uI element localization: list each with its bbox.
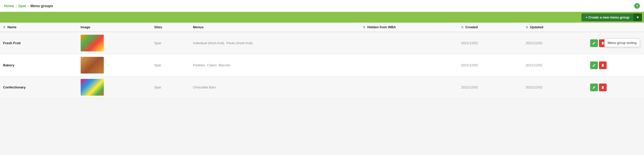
cell-hidden-from-wba bbox=[360, 76, 458, 98]
row-image bbox=[81, 57, 104, 74]
col-updated[interactable]: ⇅ Updated bbox=[523, 23, 587, 32]
cell-updated: 2021/12/02 bbox=[523, 54, 587, 76]
create-dropdown-arrow-button[interactable]: ▼ bbox=[633, 13, 642, 21]
cell-image bbox=[78, 32, 151, 54]
breadcrumb-spar[interactable]: Spar bbox=[18, 4, 26, 8]
menu-tag: Individual (fresh fruit) bbox=[193, 41, 224, 45]
menu-group-sorting-dropdown[interactable]: Menu group sorting bbox=[604, 39, 640, 47]
cell-image bbox=[78, 76, 151, 98]
sep2: › bbox=[28, 4, 29, 8]
col-actions bbox=[587, 23, 644, 32]
sort-name-icon: ⇅ bbox=[3, 26, 5, 29]
sep1: › bbox=[16, 4, 17, 8]
cell-updated: 2021/12/02 bbox=[523, 76, 587, 98]
menu-tag: Cakes bbox=[207, 63, 217, 67]
sort-hidden-icon: ⇅ bbox=[363, 26, 365, 29]
row-image bbox=[81, 35, 104, 51]
toolbar: + Create a new menu group ▼ Menu group s… bbox=[0, 12, 644, 23]
table-wrapper: ⇅ Name Image Sites Menus ⇅ Hidden from W… bbox=[0, 23, 644, 98]
cell-name: Fresh Fruit bbox=[0, 32, 78, 54]
cell-created: 2021/12/02 bbox=[458, 32, 523, 54]
row-image bbox=[81, 79, 104, 96]
col-created[interactable]: ⇅ Created bbox=[458, 23, 523, 32]
help-icon[interactable]: ? bbox=[634, 3, 640, 9]
cell-menus: Individual (fresh fruit)Packs (fresh fru… bbox=[190, 32, 360, 54]
cell-image bbox=[78, 54, 151, 76]
breadcrumb: Home › Spar › Menu groups ? bbox=[0, 0, 644, 12]
menu-tag: Pastries bbox=[193, 63, 205, 67]
cell-actions bbox=[587, 76, 644, 98]
col-image: Image bbox=[78, 23, 151, 32]
delete-button[interactable] bbox=[599, 61, 607, 69]
breadcrumb-current: Menu groups bbox=[30, 4, 53, 8]
edit-button[interactable] bbox=[590, 39, 598, 47]
cell-updated: 2021/12/02 bbox=[523, 32, 587, 54]
create-new-menu-group-button[interactable]: + Create a new menu group bbox=[581, 13, 633, 21]
menu-tag: Packs (fresh fruit) bbox=[226, 41, 253, 45]
col-menus: Menus bbox=[190, 23, 360, 32]
edit-button[interactable] bbox=[590, 61, 598, 69]
cell-name: Confectionary bbox=[0, 76, 78, 98]
cell-menus: Chocolate Bars bbox=[190, 76, 360, 98]
table-header-row: ⇅ Name Image Sites Menus ⇅ Hidden from W… bbox=[0, 23, 644, 32]
cell-menus: PastriesCakesBiscuits bbox=[190, 54, 360, 76]
cell-sites: Spar bbox=[151, 76, 190, 98]
cell-created: 2021/12/02 bbox=[458, 54, 523, 76]
edit-button[interactable] bbox=[590, 84, 598, 91]
col-sites: Sites bbox=[151, 23, 190, 32]
menu-tag: Biscuits bbox=[219, 63, 230, 67]
col-hidden-from-wba[interactable]: ⇅ Hidden from WBA bbox=[360, 23, 458, 32]
sort-updated-icon: ⇅ bbox=[526, 26, 528, 29]
cell-sites: Spar bbox=[151, 32, 190, 54]
cell-actions bbox=[587, 54, 644, 76]
table-row: ConfectionarySparChocolate Bars2021/12/0… bbox=[0, 76, 644, 98]
col-name[interactable]: ⇅ Name bbox=[0, 23, 78, 32]
cell-created: 2021/12/02 bbox=[458, 76, 523, 98]
breadcrumb-home[interactable]: Home bbox=[4, 4, 14, 8]
menu-tag: Chocolate Bars bbox=[193, 85, 216, 89]
table-row: Fresh FruitSparIndividual (fresh fruit)P… bbox=[0, 32, 644, 54]
cell-hidden-from-wba bbox=[360, 32, 458, 54]
cell-sites: Spar bbox=[151, 54, 190, 76]
cell-hidden-from-wba bbox=[360, 54, 458, 76]
table-row: BakerySparPastriesCakesBiscuits2021/12/0… bbox=[0, 54, 644, 76]
menu-groups-table: ⇅ Name Image Sites Menus ⇅ Hidden from W… bbox=[0, 23, 644, 98]
sort-created-icon: ⇅ bbox=[461, 26, 463, 29]
cell-name: Bakery bbox=[0, 54, 78, 76]
delete-button[interactable] bbox=[599, 84, 607, 91]
